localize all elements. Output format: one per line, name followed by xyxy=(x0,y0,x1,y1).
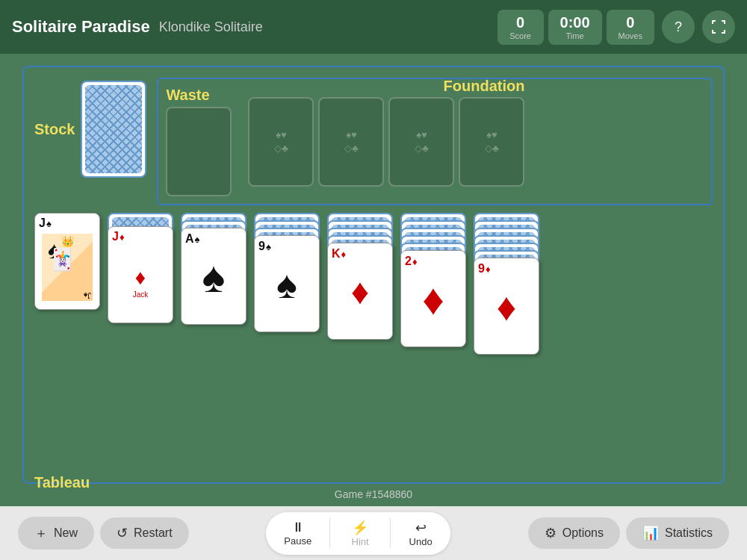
waste-foundation-box: Waste ♠♥◇♣ ♠♥◇♣ Foundation xyxy=(157,78,713,205)
restart-icon: ↺ xyxy=(117,525,128,541)
tableau-area: J ♠ ♠ J♠ 👑 🃏 xyxy=(34,213,713,491)
header: Solitaire Paradise Klondike Solitaire 0 … xyxy=(0,0,747,54)
statistics-label: Statistics xyxy=(665,526,713,540)
undo-label: Undo xyxy=(409,536,433,547)
options-button[interactable]: ⚙ Options xyxy=(528,517,620,549)
pause-label: Pause xyxy=(284,535,311,547)
foundation-empty-1[interactable]: ♠♥◇♣ xyxy=(248,97,314,187)
options-icon: ⚙ xyxy=(545,525,557,541)
waste-label: Waste xyxy=(166,87,209,104)
center-controls: ⏸ Pause ⚡ Hint ↩ Undo xyxy=(266,512,450,555)
hint-icon: ⚡ xyxy=(352,520,368,536)
bottom-bar: ＋ New ↺ Restart ⏸ Pause ⚡ Hint ↩ Undo ⚙ … xyxy=(0,506,747,560)
statistics-icon: 📊 xyxy=(642,525,659,541)
tableau-col-1[interactable]: J ♠ ♠ J♠ 👑 🃏 xyxy=(34,213,100,310)
pause-icon: ⏸ xyxy=(291,520,305,535)
waste-section: Waste xyxy=(166,87,232,196)
score-label: Score xyxy=(509,31,532,40)
header-stats: 0 Score 0:00 Time 0 Moves ? xyxy=(498,10,735,45)
foundation-label: Foundation xyxy=(444,78,525,95)
moves-label: Moves xyxy=(619,31,642,40)
restart-button[interactable]: ↺ Restart xyxy=(100,517,189,549)
undo-icon: ↩ xyxy=(415,520,427,536)
options-label: Options xyxy=(562,526,604,540)
foundation-empty-3[interactable]: ♠♥◇♣ xyxy=(388,97,454,187)
waste-pile[interactable] xyxy=(166,107,232,196)
statistics-button[interactable]: 📊 Statistics xyxy=(626,517,729,549)
stock-label: Stock xyxy=(34,121,75,138)
moves-value: 0 xyxy=(619,14,642,31)
time-label: Time xyxy=(560,31,590,40)
stock-pile[interactable] xyxy=(81,81,146,178)
pause-button[interactable]: ⏸ Pause xyxy=(266,512,329,554)
new-icon: ＋ xyxy=(34,524,48,542)
new-label: New xyxy=(54,526,78,540)
undo-button[interactable]: ↩ Undo xyxy=(391,512,450,555)
moves-box: 0 Moves xyxy=(607,10,654,45)
game-area: Stock Waste ♠♥◇♣ xyxy=(0,54,747,517)
fullscreen-button[interactable] xyxy=(702,10,735,43)
time-value: 0:00 xyxy=(560,14,590,31)
hint-button[interactable]: ⚡ Hint xyxy=(330,512,390,555)
score-value: 0 xyxy=(509,14,532,31)
restart-label: Restart xyxy=(134,526,173,540)
tableau-label: Tableau xyxy=(34,474,713,491)
foundation-empty-4[interactable]: ♠♥◇♣ xyxy=(459,97,524,187)
score-box: 0 Score xyxy=(498,10,544,45)
help-button[interactable]: ? xyxy=(662,10,695,43)
new-game-button[interactable]: ＋ New xyxy=(18,517,94,550)
stock-section: Stock xyxy=(34,78,146,178)
tableau-row: J ♠ ♠ J♠ 👑 🃏 xyxy=(34,213,713,310)
game-subtitle: Klondike Solitaire xyxy=(159,19,263,35)
time-box: 0:00 Time xyxy=(548,10,602,45)
hint-label: Hint xyxy=(352,536,369,547)
game-board: Stock Waste ♠♥◇♣ xyxy=(22,66,725,484)
foundation-empty-2[interactable]: ♠♥◇♣ xyxy=(318,97,384,187)
app-title: Solitaire Paradise xyxy=(12,17,150,37)
